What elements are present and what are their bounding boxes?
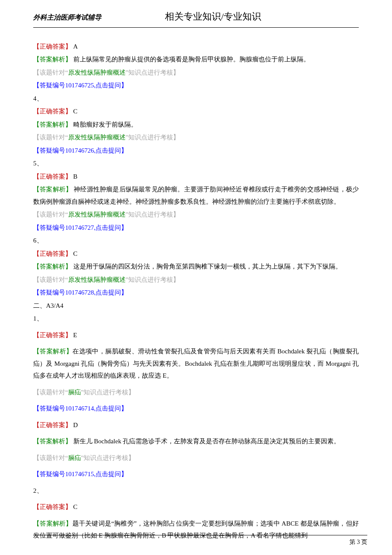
topic-prefix: 【该题针对“ [33,454,68,461]
question-id-text: 【答疑编号101746727,点击提问】 [33,224,127,231]
answer-value: C [72,250,78,257]
answer-value: C [72,108,78,115]
topic-line: 【该题针对“原发性纵隔肿瘤概述”知识点进行考核】 [33,131,359,144]
answer-label: 【正确答案】 [33,503,72,510]
correct-answer-line: 【正确答案】 A [33,40,359,53]
question-number: 2、 [33,485,359,497]
answer-value: B [72,173,78,180]
answer-label: 【正确答案】 [33,43,72,50]
correct-answer-line: 【正确答案】 D [33,419,359,431]
analysis-line: 【答案解析】 神经源性肿瘤是后纵隔最常见的肿瘤。主要源于肋间神经近脊椎段或行走于… [33,183,359,208]
analysis-label: 【答案解析】 [33,263,72,270]
analysis-label: 【答案解析】 [33,56,72,63]
question-id-link[interactable]: 【答疑编号101746726,点击提问】 [33,145,359,157]
analysis-label: 【答案解析】 [33,520,72,527]
section-header: 二、A3/A4 [33,300,359,312]
topic-suffix: ”知识点进行考核】 [126,134,180,141]
correct-answer-line: 【正确答案】 C [33,105,359,118]
question-id-link[interactable]: 【答疑编号101746725,点击提问】 [33,79,359,92]
analysis-line: 【答案解析】在选项中，膈肌破裂、滑动性食管裂孔疝及食管旁疝与后天因素有关而 Bo… [33,345,359,382]
question-id-link[interactable]: 【答疑编号101746714,点击提问】 [33,402,359,415]
analysis-line: 【答案解析】题干关键词是“胸椎旁”，这种胸部占位病变一定要想到纵隔肿瘤；选项中 … [33,517,359,542]
analysis-label: 【答案解析】 [33,186,72,193]
topic-prefix: 【该题针对“ [33,276,68,283]
question-number: 1、 [33,312,359,325]
analysis-line: 【答案解析】 前上纵隔常见的肿瘤从提供的备选项看是胸骨后甲状腺肿。胸腺瘤也位于前… [33,53,359,66]
page-number: 第 3 页 [349,537,367,548]
answer-value: E [72,332,77,338]
header-title-text: 相关专业知识/专业知识 [67,8,359,26]
answer-label: 【正确答案】 [33,250,72,257]
analysis-text: 这是用于纵隔的四区划分法，胸骨角至第四胸椎下缘划一横线，其上为上纵隔，其下为下纵… [72,263,342,270]
topic-prefix: 【该题针对“ [33,389,68,396]
topic-name: 原发性纵隔肿瘤概述 [68,276,126,283]
topic-prefix: 【该题针对“ [33,69,68,76]
analysis-text: 畸胎瘤好发于前纵隔。 [72,121,137,128]
topic-prefix: 【该题针对“ [33,134,68,141]
correct-answer-line: 【正确答案】 C [33,248,359,260]
correct-answer-line: 【正确答案】 B [33,171,359,183]
question-id-link[interactable]: 【答疑编号101746715,点击提问】 [33,468,359,480]
answer-label: 【正确答案】 [33,173,72,180]
question-id-text: 【答疑编号101746714,点击提问】 [33,405,127,412]
topic-suffix: ”知识点进行考核】 [126,211,180,218]
analysis-label: 【答案解析】 [33,438,72,445]
question-number: 5、 [33,157,359,170]
answer-value: C [72,503,78,510]
analysis-text: 前上纵隔常见的肿瘤从提供的备选项看是胸骨后甲状腺肿。胸腺瘤也位于前上纵隔。 [72,56,310,63]
question-id-text: 【答疑编号101746715,点击提问】 [33,471,127,477]
question-id-link[interactable]: 【答疑编号101746728,点击提问】 [33,286,359,299]
topic-name: 膈疝 [68,389,81,396]
answer-value: A [72,43,78,50]
topic-line: 【该题针对“原发性纵隔肿瘤概述”知识点进行考核】 [33,208,359,221]
topic-suffix: ”知识点进行考核】 [126,276,180,283]
answer-label: 【正确答案】 [33,332,72,338]
analysis-text: 新生儿 Bochdalek 孔疝需急诊手术，左肺发育及是否存在肺动脉高压是决定其… [72,438,340,445]
topic-line: 【该题针对“膈疝”知识点进行考核】 [33,386,359,399]
question-id-link[interactable]: 【答疑编号101746727,点击提问】 [33,222,359,234]
question-id-text: 【答疑编号101746725,点击提问】 [33,82,127,89]
topic-suffix: ”知识点进行考核】 [81,454,135,461]
footer-divider [33,535,367,535]
analysis-label: 【答案解析】 [33,348,72,355]
question-id-text: 【答疑编号101746726,点击提问】 [33,147,127,154]
correct-answer-line: 【正确答案】 E [33,329,359,341]
question-number: 6、 [33,234,359,247]
answer-label: 【正确答案】 [33,422,72,428]
question-id-text: 【答疑编号101746728,点击提问】 [33,289,127,296]
analysis-line: 【答案解析】 这是用于纵隔的四区划分法，胸骨角至第四胸椎下缘划一横线，其上为上纵… [33,260,359,273]
content-body: 【正确答案】 A【答案解析】 前上纵隔常见的肿瘤从提供的备选项看是胸骨后甲状腺肿… [33,40,359,542]
answer-label: 【正确答案】 [33,108,72,115]
correct-answer-line: 【正确答案】 C [33,501,359,513]
topic-name: 原发性纵隔肿瘤概述 [68,134,126,141]
analysis-text: 题干关键词是“胸椎旁”，这种胸部占位病变一定要想到纵隔肿瘤；选项中 ABCE 都… [33,520,359,539]
analysis-text: 神经源性肿瘤是后纵隔最常见的肿瘤。主要源于肋间神经近脊椎段或行走于椎旁的交感神经… [33,186,359,205]
topic-name: 原发性纵隔肿瘤概述 [68,211,126,218]
topic-line: 【该题针对“膈疝”知识点进行考核】 [33,452,359,464]
topic-name: 原发性纵隔肿瘤概述 [68,69,126,76]
question-number: 4、 [33,92,359,105]
topic-line: 【该题针对“原发性纵隔肿瘤概述”知识点进行考核】 [33,274,359,286]
answer-value: D [72,422,78,428]
topic-name: 膈疝 [68,454,81,461]
page-header: 外科主治医师考试辅导 相关专业知识/专业知识 [33,8,359,28]
topic-prefix: 【该题针对“ [33,211,68,218]
analysis-label: 【答案解析】 [33,121,72,128]
analysis-text: 在选项中，膈肌破裂、滑动性食管裂孔疝及食管旁疝与后天因素有关而 Bochdale… [33,348,359,379]
analysis-line: 【答案解析】 畸胎瘤好发于前纵隔。 [33,119,359,131]
analysis-line: 【答案解析】 新生儿 Bochdalek 孔疝需急诊手术，左肺发育及是否存在肺动… [33,435,359,448]
topic-suffix: ”知识点进行考核】 [126,69,180,76]
topic-line: 【该题针对“原发性纵隔肿瘤概述”知识点进行考核】 [33,66,359,79]
topic-suffix: ”知识点进行考核】 [81,389,135,396]
